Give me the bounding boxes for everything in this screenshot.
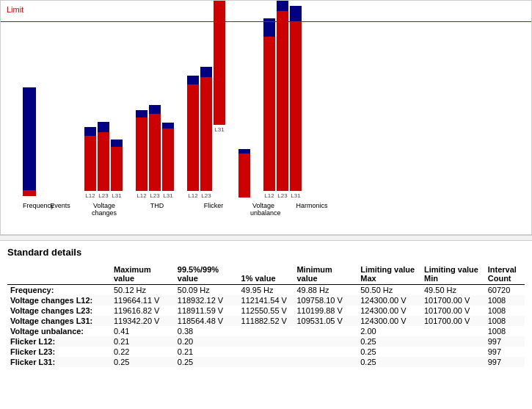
row-cell: 118911.59 V	[175, 305, 238, 316]
row-cell: 109531.05 V	[294, 316, 357, 326]
row-cell	[294, 326, 357, 336]
table-row: Flicker L12:0.210.200.25997	[7, 336, 525, 347]
bar-frequency-red	[23, 190, 36, 196]
row-cell	[238, 326, 294, 336]
row-label: Flicker L12:	[7, 336, 111, 347]
row-cell: 124300.00 V	[357, 316, 421, 326]
row-cell	[294, 347, 357, 357]
table-row: Frequency:50.12 Hz50.09 Hz49.95 Hz49.88 …	[7, 285, 525, 296]
table-row: Voltage unbalance:0.410.382.001008	[7, 326, 525, 336]
row-cell: 124300.00 V	[357, 305, 421, 316]
row-cell: 0.21	[175, 347, 238, 357]
row-cell: 49.88 Hz	[294, 285, 357, 296]
row-cell	[238, 336, 294, 347]
row-cell: 1008	[485, 316, 525, 326]
row-cell: 2.00	[357, 326, 421, 336]
separator	[0, 235, 532, 241]
chart-group-flicker: L12 L23 L31	[187, 11, 225, 199]
xlabel-harmonics: Harmonics	[290, 202, 334, 209]
row-cell	[238, 357, 294, 367]
row-cell	[421, 347, 485, 357]
row-cell: 50.12 Hz	[111, 285, 175, 296]
col-header-min: Minimum value	[294, 264, 357, 285]
chart-group-events	[49, 87, 71, 199]
row-cell: 60720	[485, 285, 525, 296]
row-cell: 101700.00 V	[421, 316, 485, 326]
details-title: Standard details	[7, 247, 525, 258]
col-header-interval: Interval Count	[485, 264, 525, 285]
row-cell: 112141.54 V	[238, 295, 294, 305]
row-label: Frequency:	[7, 285, 111, 296]
bar-frequency-blue	[23, 87, 36, 190]
row-cell: 110199.88 V	[294, 305, 357, 316]
row-cell	[294, 357, 357, 367]
row-cell: 0.25	[357, 336, 421, 347]
row-label: Flicker L23:	[7, 347, 111, 357]
table-row: Voltage changes L23:119616.82 V118911.59…	[7, 305, 525, 316]
col-header-max: Maximum value	[111, 264, 175, 285]
row-cell: 1008	[485, 305, 525, 316]
row-cell	[421, 336, 485, 347]
row-cell: 118932.12 V	[175, 295, 238, 305]
row-label: Voltage changes L12:	[7, 295, 111, 305]
xlabel-thd: THD	[137, 202, 177, 209]
xlabel-voltage-unbalance: Voltage unbalance	[250, 202, 277, 217]
row-cell	[294, 336, 357, 347]
row-cell: 109758.10 V	[294, 295, 357, 305]
row-cell: 0.25	[357, 347, 421, 357]
row-cell: 1008	[485, 326, 525, 336]
row-cell	[421, 326, 485, 336]
row-cell: 118564.48 V	[175, 316, 238, 326]
row-cell: 997	[485, 357, 525, 367]
row-cell: 119342.20 V	[111, 316, 175, 326]
row-cell: 0.20	[175, 336, 238, 347]
chart-group-voltage-unbalance	[238, 149, 250, 199]
xlabel-frequency: Frequency	[23, 202, 36, 209]
chart-group-thd: L12 L23 L31	[136, 105, 174, 199]
limit-line	[1, 21, 531, 22]
row-cell: 997	[485, 336, 525, 347]
row-cell: 0.41	[111, 326, 175, 336]
details-section: Standard details Maximum value 99.5%/99%…	[0, 241, 532, 373]
row-label: Voltage changes L23:	[7, 305, 111, 316]
chart-area: Limit L12	[0, 0, 532, 235]
row-cell: 101700.00 V	[421, 295, 485, 305]
row-cell: 0.38	[175, 326, 238, 336]
row-label: Voltage unbalance:	[7, 326, 111, 336]
xlabel-flicker: Flicker	[190, 202, 237, 209]
col-header-pct: 99.5%/99% value	[175, 264, 238, 285]
row-cell: 0.22	[111, 347, 175, 357]
limit-label: Limit	[7, 5, 23, 14]
row-cell: 49.95 Hz	[238, 285, 294, 296]
row-cell: 119664.11 V	[111, 295, 175, 305]
row-cell: 0.25	[175, 357, 238, 367]
row-cell: 49.50 Hz	[421, 285, 485, 296]
row-cell	[421, 357, 485, 367]
row-cell: 111882.52 V	[238, 316, 294, 326]
row-label: Flicker L31:	[7, 357, 111, 367]
table-row: Flicker L23:0.220.210.25997	[7, 347, 525, 357]
row-cell: 0.25	[357, 357, 421, 367]
table-row: Voltage changes L12:119664.11 V118932.12…	[7, 295, 525, 305]
row-cell	[238, 347, 294, 357]
row-cell: 1008	[485, 295, 525, 305]
chart-group-frequency	[23, 87, 36, 199]
col-header-1pct: 1% value	[238, 264, 294, 285]
row-cell: 997	[485, 347, 525, 357]
chart-group-voltage-changes: L12 L23 L31	[84, 122, 123, 199]
details-table: Maximum value 99.5%/99% value 1% value M…	[7, 264, 525, 367]
xlabel-events: Events	[49, 202, 71, 209]
row-cell: 101700.00 V	[421, 305, 485, 316]
row-cell: 0.25	[111, 357, 175, 367]
row-cell: 50.50 Hz	[357, 285, 421, 296]
xlabel-voltage-changes: Voltage changes	[84, 202, 124, 217]
row-cell: 112550.55 V	[238, 305, 294, 316]
table-row: Flicker L31:0.250.250.25997	[7, 357, 525, 367]
row-cell: 50.09 Hz	[175, 285, 238, 296]
row-label: Voltage changes L31:	[7, 316, 111, 326]
table-row: Voltage changes L31:119342.20 V118564.48…	[7, 316, 525, 326]
row-cell: 0.21	[111, 336, 175, 347]
chart-group-harmonics: L12 L23 L31	[263, 0, 302, 199]
row-cell: 124300.00 V	[357, 295, 421, 305]
col-header-limit-max: Limiting value Max	[357, 264, 421, 285]
